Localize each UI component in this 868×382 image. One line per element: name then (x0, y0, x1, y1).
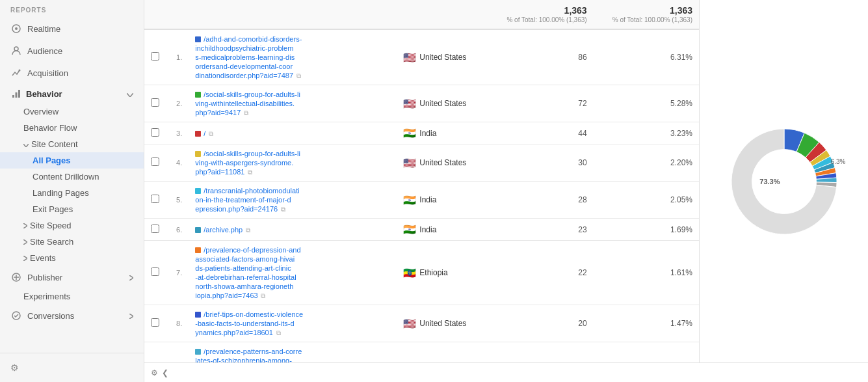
table-header: 1,363 % of Total: 100.00% (1,363) 1,363 … (144, 0, 699, 29)
row-color-dot (195, 151, 201, 157)
row-number: 5. (166, 182, 189, 219)
row-color-dot (195, 36, 201, 42)
row-number: 6. (166, 219, 189, 241)
svg-point-2 (14, 47, 18, 51)
country-flag: 🇮🇳 (403, 223, 416, 236)
sidebar-sub-all-pages[interactable]: All Pages (0, 152, 144, 169)
country-flag: 🇺🇸 (403, 318, 416, 330)
sidebar-item-behavior[interactable]: Behavior (0, 84, 144, 103)
svg-point-3 (19, 70, 21, 72)
row-page-cell: /prevalence-patterns-and-correlates-of-s… (189, 342, 397, 363)
row-checkbox-cell (144, 305, 166, 342)
row-page-link[interactable]: /archive.php (204, 226, 243, 234)
row-checkbox[interactable] (151, 128, 159, 137)
row-checkbox-cell (144, 144, 166, 182)
table-row: 3./ ⧉🇮🇳India443.23% (144, 122, 699, 144)
row-pct: 5.28% (594, 85, 699, 122)
row-checkbox-cell (144, 122, 166, 144)
country-name: India (419, 195, 436, 204)
sidebar-item-publisher[interactable]: Publisher (0, 266, 144, 288)
external-link-icon: ⧉ (207, 130, 213, 137)
row-color-dot (195, 227, 201, 233)
row-page-link[interactable]: /prevalence-of-depression-andassociated-… (195, 246, 300, 299)
sidebar-item-audience[interactable]: Audience (0, 40, 144, 62)
sidebar-reports-label: REPORTS (0, 0, 144, 18)
external-link-icon: ⧉ (274, 329, 281, 336)
sidebar-sub-overview[interactable]: Overview (0, 103, 144, 120)
row-page-link[interactable]: / (204, 130, 205, 137)
sidebar-sub-site-content[interactable]: Site Content (0, 136, 144, 152)
sidebar-item-conversions[interactable]: Conversions (0, 305, 144, 327)
row-page-cell: /social-skills-group-for-adults-living-w… (189, 85, 397, 122)
chevron-bottom-icon[interactable]: ❮ (162, 368, 168, 377)
row-checkbox[interactable] (151, 267, 159, 276)
row-page-cell: /brief-tips-on-domestic-violence-basic-f… (189, 305, 397, 342)
country-name: United States (419, 53, 466, 62)
sidebar-sub-site-search[interactable]: Site Search (0, 234, 144, 250)
gear-bottom-icon[interactable]: ⚙ (151, 368, 158, 377)
sidebar-sub-site-speed[interactable]: Site Speed (0, 217, 144, 234)
sidebar-settings-item[interactable]: ⚙ (0, 359, 144, 377)
row-checkbox[interactable] (151, 195, 159, 203)
pie-center-label: 73.3% (759, 178, 780, 185)
row-country-cell: 🇮🇳India (397, 182, 488, 219)
site-speed-expand-icon (23, 221, 27, 230)
site-content-expand-icon (23, 139, 29, 149)
sidebar-bottom: ⚙ (0, 353, 144, 382)
row-pct: 1.61% (594, 241, 699, 305)
row-number: 3. (166, 122, 189, 144)
sidebar-item-label: Audience (27, 46, 62, 56)
row-pageviews: 22 (488, 241, 593, 305)
svg-rect-6 (18, 90, 20, 98)
row-pageviews: 28 (488, 182, 593, 219)
row-checkbox[interactable] (151, 98, 159, 107)
country-flag: 🇺🇸 (403, 98, 416, 110)
behavior-icon (10, 88, 22, 100)
sidebar-item-realtime[interactable]: Realtime (0, 18, 144, 40)
country-name: India (419, 129, 436, 138)
row-checkbox[interactable] (151, 157, 159, 166)
row-checkbox-cell (144, 29, 166, 85)
sidebar-sub-landing-pages[interactable]: Landing Pages (0, 185, 144, 201)
row-checkbox[interactable] (151, 52, 159, 61)
row-pageviews: 23 (488, 219, 593, 241)
row-country-cell: 🇮🇳India (397, 219, 488, 241)
publisher-icon (10, 271, 22, 283)
sidebar-item-acquisition[interactable]: Acquisition (0, 62, 144, 84)
acquisition-icon (10, 67, 22, 79)
sidebar: REPORTS Realtime Audience Acquisition Be… (0, 0, 144, 382)
sidebar-sub-content-drilldown[interactable]: Content Drilldown (0, 169, 144, 185)
sidebar-sub-exit-pages[interactable]: Exit Pages (0, 201, 144, 217)
table-row: 1./adhd-and-comorbid-disorders-inchildho… (144, 29, 699, 85)
table-row: 2./social-skills-group-for-adults-living… (144, 85, 699, 122)
sidebar-sub-experiments[interactable]: Experiments (0, 288, 144, 305)
row-number: 4. (166, 144, 189, 182)
row-page-link[interactable]: /brief-tips-on-domestic-violence-basic-f… (195, 310, 303, 336)
svg-point-1 (15, 27, 18, 30)
row-page-link[interactable]: /prevalence-patterns-and-correlates-of-s… (195, 348, 302, 362)
row-pct: 2.05% (594, 182, 699, 219)
row-page-cell: /adhd-and-comorbid-disorders-inchildhood… (189, 29, 397, 85)
audience-icon (10, 45, 22, 57)
country-name: United States (419, 158, 466, 167)
row-country-cell: 🇺🇸United States (397, 85, 488, 122)
row-checkbox[interactable] (151, 225, 159, 233)
row-checkbox[interactable] (151, 318, 159, 327)
table-body: 1./adhd-and-comorbid-disorders-inchildho… (144, 29, 699, 362)
row-pageviews: 86 (488, 29, 593, 85)
pageviews-subtotal: % of Total: 100.00% (1,363) (506, 16, 586, 23)
table-row: 9./prevalence-patterns-and-correlates-of… (144, 342, 699, 363)
row-color-dot (195, 349, 201, 355)
row-pageviews: 30 (488, 144, 593, 182)
row-pct: 2.20% (594, 144, 699, 182)
row-page-link[interactable]: /adhd-and-comorbid-disorders-inchildhood… (195, 35, 302, 79)
conversions-icon (10, 310, 22, 321)
pie-right-label: 6.3% (831, 158, 846, 165)
row-country-cell: 🇪🇹Ethiopia (397, 241, 488, 305)
row-page-cell: /social-skills-group-for-adults-living-w… (189, 144, 397, 182)
row-pageviews: 44 (488, 122, 593, 144)
bottom-bar: ⚙ ❮ (144, 362, 868, 382)
sidebar-sub-events[interactable]: Events (0, 250, 144, 266)
main-content: 1,363 % of Total: 100.00% (1,363) 1,363 … (144, 0, 868, 382)
sidebar-sub-behavior-flow[interactable]: Behavior Flow (0, 120, 144, 136)
